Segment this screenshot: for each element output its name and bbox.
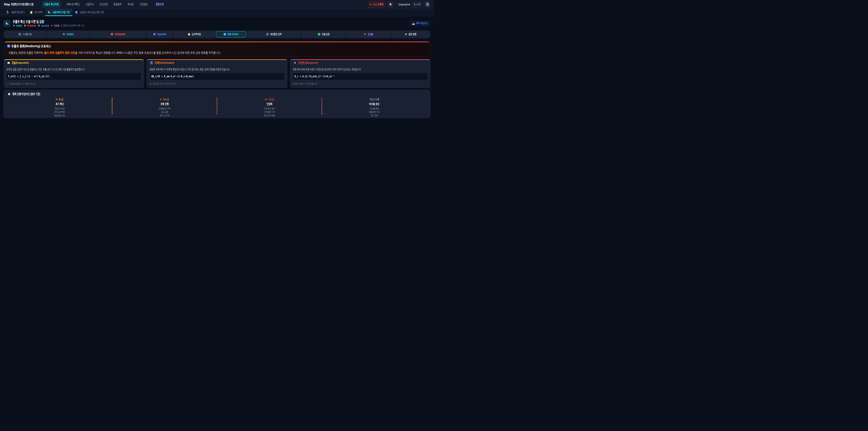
droplet-icon xyxy=(293,61,297,64)
incident-status-badge[interactable]: 사고 진행중 xyxy=(368,1,385,8)
stage-time: 0 ~ 6시간 xyxy=(7,98,112,101)
section-tab-label: 시스템 개요 xyxy=(23,32,32,36)
section-tab-ocean-env-input[interactable]: 해양환경 입력 xyxy=(247,31,301,37)
wave-icon xyxy=(150,61,153,64)
badge-label: OpenDrift xyxy=(41,24,49,27)
stage-item-text: 생물분해 우세 xyxy=(369,110,380,114)
tab-label: 유출유확산모델 이론 xyxy=(53,10,70,14)
card-description-text: 유류의 경질 성분이 대기로 증발하는 과정. 유출 초기 수시간 내에 가장 … xyxy=(6,68,85,71)
stage-name: 유화 진행 xyxy=(112,102,217,105)
stage-name: 초기 확산 xyxy=(7,102,112,105)
menu-button[interactable] xyxy=(425,1,430,7)
stage-name-text: 안정화 xyxy=(267,102,272,105)
nav-label: 게시판 xyxy=(127,2,133,6)
banner-highlight: 물리·화학·생물학적 풍화 과정 xyxy=(44,51,75,55)
top-navigation-bar: Wing 해양환경 위기대응 통합시스템 유출유 확산예측 HNS·대기확산 긴… xyxy=(0,0,434,9)
notification-button[interactable] xyxy=(388,1,394,7)
stage-item-text: 중질유분 잔류 xyxy=(54,114,65,118)
page-title-text: 유출유 확산 모델 이론 및 검증 xyxy=(13,20,44,24)
nav-item-integrated-search[interactable]: 통합조회 xyxy=(156,2,164,6)
stage-item: 타르볼 형성 xyxy=(322,107,427,111)
page-icon-box xyxy=(4,20,10,27)
stopwatch-icon xyxy=(7,92,11,96)
section-tab-weathering-process[interactable]: 풍화 프로세스 xyxy=(216,31,246,37)
burger-line xyxy=(426,4,429,4)
nav-item-oil-spill-prediction[interactable]: 유출유 확산예측 xyxy=(42,1,61,8)
banner-title: 유출유 풍화(Weathering) 프로세스 xyxy=(7,44,427,48)
nav-item-reports[interactable]: 보고자료 xyxy=(100,2,108,6)
stage-time-text: 24 ~ 72시간 xyxy=(265,98,274,101)
card-dispersion: 자연분산(Dispersion) 파랑 에너지에 의해 유류가 수중으로 분산되… xyxy=(290,59,430,88)
stage-item: 자연분해 시작 xyxy=(217,110,322,114)
section-tab-system-overview[interactable]: 시스템 개요 xyxy=(4,31,46,37)
repeat-icon xyxy=(7,44,10,48)
section-tab-future-direction[interactable]: 발전 방향 xyxy=(391,31,430,37)
timeline-stage-tarball: 72시간 이후 타르볼 생성 타르볼 형성생물분해 우세장기 잔류 xyxy=(322,97,427,118)
section-tab-label: POSEIDON xyxy=(115,33,125,36)
pdf-export-button[interactable]: PDF 내보내기 xyxy=(409,21,430,26)
nav-item-board[interactable]: 게시판 xyxy=(127,2,133,6)
process-card-row: 증발(Evaporation) 유류의 경질 성분이 대기로 증발하는 과정. … xyxy=(4,59,430,88)
stage-item-text: 타르볼 형성 xyxy=(370,107,379,111)
stage-items: 수중 분산 증가자연분해 시작해안 표착 위험 xyxy=(217,107,322,118)
section-tab-kosps[interactable]: KOSPS xyxy=(47,31,89,37)
section-tab-ensemble[interactable]: 앙상블 xyxy=(346,31,390,37)
card-footnote-text: x_i: 성분별 몰분율 / k_ei: 증발 속도상수 xyxy=(6,82,36,85)
section-tab-poseidon[interactable]: POSEIDON xyxy=(90,31,146,37)
weathering-banner: 유출유 풍화(Weathering) 프로세스 유출유는 해면에 유출된 직후부… xyxy=(4,41,430,56)
page-subtitle: 라그랑지안 입자추적 이론 기반 xyxy=(61,24,84,27)
lightning-icon xyxy=(364,33,366,36)
stage-time: 72시간 이후 xyxy=(322,98,427,101)
header-right-group: 사고 진행중 Eunjeong Kim 로그아웃 xyxy=(368,1,430,8)
cloud-icon xyxy=(7,61,10,64)
nav-label: 보고자료 xyxy=(100,2,108,6)
card-title-text: 유화(Emulsification) xyxy=(155,61,174,65)
tab-analysis-list[interactable]: 분석 목록 xyxy=(27,9,45,16)
stage-items: 유화율 50~70%점도 급증체적 1.5~4배 xyxy=(112,107,217,118)
logout-button[interactable]: 로그아웃 xyxy=(412,2,423,7)
tab-spill-analysis[interactable]: 유출유 확산분석 xyxy=(4,9,27,16)
burger-line xyxy=(426,5,429,6)
microscope-icon xyxy=(6,11,9,14)
section-tab-opendrift[interactable]: OpenDrift xyxy=(147,31,173,37)
tab-diffusion-model-theory[interactable]: 유출유확산모델 이론 xyxy=(45,9,72,16)
triangle-ruler-icon xyxy=(48,11,51,14)
section-tab-label: 발전 방향 xyxy=(409,32,416,36)
badge-label: KOSPS xyxy=(16,24,22,27)
repeat-icon xyxy=(223,33,226,36)
nav-label: 기상정보 xyxy=(140,2,148,6)
nav-item-hns-diffusion[interactable]: HNS·대기확산 xyxy=(67,2,80,6)
nav-item-aerial-search[interactable]: 항공탐색 xyxy=(114,2,122,6)
nav-label: 긴급구난 xyxy=(86,2,94,6)
nav-label: 항공탐색 xyxy=(114,2,122,6)
outbox-icon xyxy=(412,22,415,25)
stage-item: 수중 분산 증가 xyxy=(217,107,322,111)
stage-time-text: 6 ~ 24시간 xyxy=(160,98,169,101)
red-circle-icon xyxy=(24,24,26,27)
section-tab-particle-tracking[interactable]: 입자추적법 xyxy=(174,31,215,37)
tab-label: 오일펜스 배치 알고리즘 이론 xyxy=(80,10,104,14)
weathering-timeline-panel: 풍화 진행 타임라인 (원유 기준) 0 ~ 6시간 초기 확산 증발 20~3… xyxy=(4,90,430,118)
stage-name-text: 초기 확산 xyxy=(56,102,64,105)
card-footnote-text: Mackay 경험식 기반 분산율 계산 xyxy=(293,82,317,85)
incident-label: 사고 진행중 xyxy=(373,2,383,6)
card-title-text: 자연분산(Dispersion) xyxy=(298,61,318,65)
stage-name: 안정화 xyxy=(217,102,322,105)
nav-item-emergency-rescue[interactable]: 긴급구난 xyxy=(86,2,94,6)
nav-item-weather-info[interactable]: 기상정보 xyxy=(140,2,148,6)
banner-title-text: 유출유 풍화(Weathering) 프로세스 xyxy=(11,44,51,48)
section-tab-model-validation[interactable]: 모델 검증 xyxy=(302,31,345,37)
sub-tab-bar: 유출유 확산분석 분석 목록 유출유확산모델 이론 오일펜스 배치 알고리즘 이… xyxy=(0,9,434,16)
stage-item-text: 해안 표착 위험 xyxy=(264,114,275,118)
timeline-row: 0 ~ 6시간 초기 확산 증발 20~30%유막 급속 확대중질유분 잔류 6… xyxy=(7,97,427,118)
bell-icon xyxy=(389,3,392,6)
user-name: Eunjeong Kim xyxy=(399,3,410,6)
model-badge-row: KOSPS POSEIDON OpenDrift 앙상블 라그랑지안 입자추적 … xyxy=(13,24,84,27)
card-description: 유류의 경질 성분이 대기로 증발하는 과정. 유출 초기 수시간 내에 가장 … xyxy=(6,68,141,71)
clipboard-icon xyxy=(30,11,33,14)
banner-description: 유출유는 해면에 유출된 직후부터 물리·화학·생물학적 풍화 과정을 거쳐 지… xyxy=(8,51,427,55)
tab-oil-fence-algorithm-theory[interactable]: 오일펜스 배치 알고리즘 이론 xyxy=(72,9,106,16)
shield-icon xyxy=(75,11,78,14)
card-evaporation: 증발(Evaporation) 유류의 경질 성분이 대기로 증발하는 과정. … xyxy=(4,59,144,88)
card-formula-text: F_e(t) = ∑ x_i·(1 - e^(-k_ei·t)) xyxy=(8,75,50,78)
